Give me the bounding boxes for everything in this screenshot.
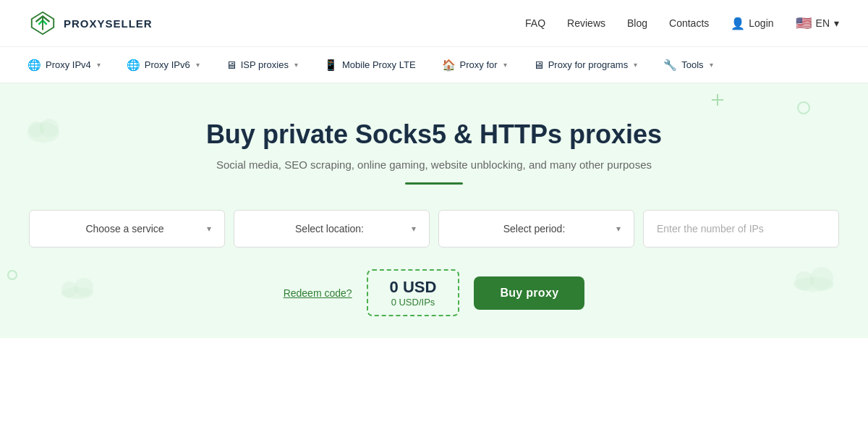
- proxy-for-icon: 🏠: [442, 59, 456, 72]
- navbar-item-isp-proxies[interactable]: 🖥 ISP proxies ▾: [213, 47, 311, 83]
- ips-input[interactable]: Enter the number of IPs: [643, 210, 839, 248]
- chevron-down-icon: ▾: [97, 61, 101, 69]
- login-button[interactable]: 👤 Login: [731, 17, 773, 30]
- period-chevron-icon: ▾: [616, 224, 621, 234]
- logo-icon: [29, 9, 56, 37]
- navbar-item-proxy-ipv6[interactable]: 🌐 Proxy IPv6 ▾: [114, 47, 213, 83]
- hero-underline: [405, 182, 463, 185]
- hero-subtitle: Social media, SEO scraping, online gamin…: [14, 158, 854, 171]
- login-label: Login: [749, 17, 773, 29]
- tools-icon: 🔧: [663, 59, 677, 72]
- navbar-label-isp-proxies: ISP proxies: [241, 59, 289, 70]
- navbar-label-proxy-ipv6: Proxy IPv6: [145, 59, 190, 70]
- location-select[interactable]: Select location: ▾: [234, 210, 430, 248]
- navbar-item-proxy-ipv4[interactable]: 🌐 Proxy IPv4 ▾: [14, 47, 114, 83]
- service-select-label: Choose a service: [43, 223, 207, 234]
- bottom-row: Redeem code? 0 USD 0 USD/IPs Buy proxy: [14, 269, 854, 316]
- main-navbar: 🌐 Proxy IPv4 ▾ 🌐 Proxy IPv6 ▾ 🖥 ISP prox…: [0, 47, 868, 83]
- navbar-item-tools[interactable]: 🔧 Tools ▾: [650, 47, 726, 83]
- chevron-down-icon-3: ▾: [294, 61, 298, 69]
- nav-contacts[interactable]: Contacts: [669, 17, 709, 29]
- proxy-for-programs-icon: 🖥: [533, 59, 544, 71]
- service-chevron-icon: ▾: [207, 224, 211, 234]
- price-per-ip: 0 USD/IPs: [390, 297, 437, 308]
- proxy-ipv4-icon: 🌐: [27, 59, 41, 72]
- chevron-down-icon-5: ▾: [634, 61, 637, 69]
- hero-title: Buy private Socks5 & HTTPs proxies: [14, 119, 854, 150]
- mobile-proxy-icon: 📱: [324, 59, 338, 72]
- navbar-item-proxy-for-programs[interactable]: 🖥 Proxy for programs ▾: [520, 47, 651, 83]
- navbar-label-proxy-for-programs: Proxy for programs: [548, 59, 629, 70]
- nav-blog[interactable]: Blog: [627, 17, 647, 29]
- service-select[interactable]: Choose a service ▾: [29, 210, 225, 248]
- header: PROXYSELLER FAQ Reviews Blog Contacts 👤 …: [0, 0, 868, 47]
- isp-proxies-icon: 🖥: [226, 59, 237, 71]
- nav-reviews[interactable]: Reviews: [567, 17, 605, 29]
- period-select[interactable]: Select period: ▾: [438, 210, 634, 248]
- chevron-down-icon-4: ▾: [503, 61, 507, 69]
- lang-label: EN: [816, 17, 830, 29]
- navbar-label-proxy-ipv4: Proxy IPv4: [46, 59, 91, 70]
- navbar-label-proxy-for: Proxy for: [460, 59, 498, 70]
- period-select-label: Select period:: [452, 223, 616, 234]
- redeem-code-link[interactable]: Redeem code?: [284, 287, 352, 299]
- deco-circle-2: [797, 101, 810, 114]
- lang-chevron-icon: ▾: [834, 17, 839, 29]
- user-icon: 👤: [731, 17, 745, 30]
- navbar-item-mobile-proxy-lte[interactable]: 📱 Mobile Proxy LTE: [311, 47, 429, 83]
- navbar-item-proxy-for[interactable]: 🏠 Proxy for ▾: [429, 47, 520, 83]
- hero-section: Buy private Socks5 & HTTPs proxies Socia…: [0, 83, 868, 338]
- nav-faq[interactable]: FAQ: [525, 17, 545, 29]
- navbar-label-mobile-proxy-lte: Mobile Proxy LTE: [342, 59, 416, 70]
- logo-text: PROXYSELLER: [64, 17, 153, 30]
- ips-placeholder: Enter the number of IPs: [657, 223, 764, 234]
- price-value: 0 USD: [390, 278, 437, 297]
- form-row: Choose a service ▾ Select location: ▾ Se…: [29, 210, 839, 248]
- logo[interactable]: PROXYSELLER: [29, 9, 153, 37]
- location-chevron-icon: ▾: [412, 224, 416, 234]
- location-select-label: Select location:: [247, 223, 412, 234]
- flag-icon: 🇺🇸: [796, 15, 812, 31]
- language-selector[interactable]: 🇺🇸 EN ▾: [796, 15, 839, 31]
- header-nav: FAQ Reviews Blog Contacts 👤 Login 🇺🇸 EN …: [525, 15, 839, 31]
- deco-cross: [712, 94, 723, 109]
- chevron-down-icon-6: ▾: [710, 61, 713, 69]
- navbar-label-tools: Tools: [681, 59, 703, 70]
- chevron-down-icon-2: ▾: [196, 61, 200, 69]
- price-box: 0 USD 0 USD/IPs: [367, 269, 460, 316]
- proxy-ipv6-icon: 🌐: [127, 59, 140, 72]
- buy-proxy-button[interactable]: Buy proxy: [474, 276, 584, 310]
